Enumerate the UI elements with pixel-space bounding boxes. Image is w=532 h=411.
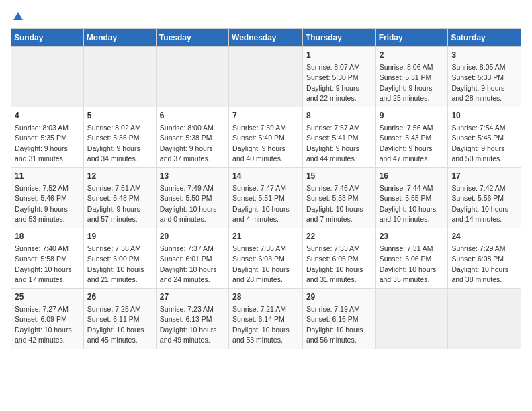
- day-number: 28: [232, 291, 299, 303]
- day-info: Sunrise: 7:47 AM Sunset: 5:51 PM Dayligh…: [232, 184, 290, 223]
- day-info: Sunrise: 8:05 AM Sunset: 5:33 PM Dayligh…: [451, 63, 505, 102]
- day-info: Sunrise: 7:19 AM Sunset: 6:16 PM Dayligh…: [306, 305, 363, 344]
- week-row-3: 11Sunrise: 7:52 AM Sunset: 5:46 PM Dayli…: [11, 168, 521, 228]
- day-info: Sunrise: 7:23 AM Sunset: 6:13 PM Dayligh…: [160, 305, 217, 344]
- day-cell: [156, 47, 228, 107]
- day-info: Sunrise: 7:54 AM Sunset: 5:45 PM Dayligh…: [451, 124, 505, 163]
- day-cell: 14Sunrise: 7:47 AM Sunset: 5:51 PM Dayli…: [229, 168, 303, 228]
- day-cell: 10Sunrise: 7:54 AM Sunset: 5:45 PM Dayli…: [448, 107, 521, 168]
- day-cell: 3Sunrise: 8:05 AM Sunset: 5:33 PM Daylig…: [448, 47, 521, 107]
- day-info: Sunrise: 7:27 AM Sunset: 6:09 PM Dayligh…: [15, 305, 72, 344]
- day-cell: 21Sunrise: 7:35 AM Sunset: 6:03 PM Dayli…: [229, 228, 303, 289]
- logo-icon: [12, 11, 24, 23]
- day-cell: 17Sunrise: 7:42 AM Sunset: 5:56 PM Dayli…: [448, 168, 521, 228]
- day-number: 6: [160, 110, 225, 122]
- day-cell: [83, 47, 156, 107]
- column-header-thursday: Thursday: [302, 29, 375, 47]
- day-info: Sunrise: 7:40 AM Sunset: 5:58 PM Dayligh…: [15, 244, 72, 283]
- day-number: 1: [306, 50, 372, 61]
- day-info: Sunrise: 7:59 AM Sunset: 5:40 PM Dayligh…: [232, 124, 286, 163]
- day-cell: 28Sunrise: 7:21 AM Sunset: 6:14 PM Dayli…: [229, 289, 303, 349]
- day-cell: 6Sunrise: 8:00 AM Sunset: 5:38 PM Daylig…: [156, 107, 228, 168]
- week-row-2: 4Sunrise: 8:03 AM Sunset: 5:35 PM Daylig…: [11, 107, 521, 168]
- day-cell: 11Sunrise: 7:52 AM Sunset: 5:46 PM Dayli…: [11, 168, 84, 228]
- day-info: Sunrise: 8:00 AM Sunset: 5:38 PM Dayligh…: [160, 124, 214, 163]
- day-number: 18: [15, 231, 80, 242]
- column-header-tuesday: Tuesday: [156, 29, 228, 47]
- day-cell: 26Sunrise: 7:25 AM Sunset: 6:11 PM Dayli…: [83, 289, 156, 349]
- day-number: 11: [15, 171, 80, 182]
- header-row: SundayMondayTuesdayWednesdayThursdayFrid…: [11, 29, 521, 47]
- day-cell: 9Sunrise: 7:56 AM Sunset: 5:43 PM Daylig…: [375, 107, 448, 168]
- page-header: [11, 11, 521, 23]
- day-info: Sunrise: 8:02 AM Sunset: 5:36 PM Dayligh…: [87, 124, 141, 163]
- column-header-sunday: Sunday: [11, 29, 84, 47]
- day-info: Sunrise: 7:33 AM Sunset: 6:05 PM Dayligh…: [306, 244, 363, 283]
- day-info: Sunrise: 8:03 AM Sunset: 5:35 PM Dayligh…: [15, 124, 69, 163]
- day-number: 14: [232, 171, 299, 182]
- day-number: 25: [15, 291, 80, 303]
- column-header-monday: Monday: [83, 29, 156, 47]
- day-info: Sunrise: 7:56 AM Sunset: 5:43 PM Dayligh…: [380, 124, 433, 163]
- day-number: 7: [232, 110, 299, 122]
- day-cell: 16Sunrise: 7:44 AM Sunset: 5:55 PM Dayli…: [375, 168, 448, 228]
- day-info: Sunrise: 8:07 AM Sunset: 5:30 PM Dayligh…: [306, 63, 360, 102]
- day-number: 12: [87, 171, 152, 182]
- day-number: 5: [87, 110, 152, 122]
- day-cell: 22Sunrise: 7:33 AM Sunset: 6:05 PM Dayli…: [302, 228, 375, 289]
- day-number: 23: [380, 231, 445, 242]
- week-row-1: 1Sunrise: 8:07 AM Sunset: 5:30 PM Daylig…: [11, 47, 521, 107]
- day-info: Sunrise: 7:42 AM Sunset: 5:56 PM Dayligh…: [451, 184, 508, 223]
- day-info: Sunrise: 7:21 AM Sunset: 6:14 PM Dayligh…: [232, 305, 290, 344]
- day-number: 20: [160, 231, 225, 242]
- day-number: 4: [15, 110, 80, 122]
- column-header-friday: Friday: [375, 29, 448, 47]
- day-info: Sunrise: 7:29 AM Sunset: 6:08 PM Dayligh…: [451, 244, 508, 283]
- svg-marker-0: [13, 12, 23, 20]
- day-number: 8: [306, 110, 372, 122]
- day-cell: 27Sunrise: 7:23 AM Sunset: 6:13 PM Dayli…: [156, 289, 228, 349]
- day-cell: 12Sunrise: 7:51 AM Sunset: 5:48 PM Dayli…: [83, 168, 156, 228]
- day-number: 3: [451, 50, 517, 61]
- day-cell: 18Sunrise: 7:40 AM Sunset: 5:58 PM Dayli…: [11, 228, 84, 289]
- day-info: Sunrise: 7:57 AM Sunset: 5:41 PM Dayligh…: [306, 124, 360, 163]
- day-cell: 7Sunrise: 7:59 AM Sunset: 5:40 PM Daylig…: [229, 107, 303, 168]
- day-cell: 1Sunrise: 8:07 AM Sunset: 5:30 PM Daylig…: [302, 47, 375, 107]
- day-cell: 8Sunrise: 7:57 AM Sunset: 5:41 PM Daylig…: [302, 107, 375, 168]
- calendar-table: SundayMondayTuesdayWednesdayThursdayFrid…: [11, 28, 521, 349]
- day-cell: [229, 47, 303, 107]
- day-number: 16: [380, 171, 445, 182]
- day-info: Sunrise: 7:51 AM Sunset: 5:48 PM Dayligh…: [87, 184, 141, 223]
- day-cell: 29Sunrise: 7:19 AM Sunset: 6:16 PM Dayli…: [302, 289, 375, 349]
- day-number: 27: [160, 291, 225, 303]
- day-number: 22: [306, 231, 372, 242]
- day-info: Sunrise: 8:06 AM Sunset: 5:31 PM Dayligh…: [380, 63, 433, 102]
- day-cell: 13Sunrise: 7:49 AM Sunset: 5:50 PM Dayli…: [156, 168, 228, 228]
- day-cell: 25Sunrise: 7:27 AM Sunset: 6:09 PM Dayli…: [11, 289, 84, 349]
- day-info: Sunrise: 7:52 AM Sunset: 5:46 PM Dayligh…: [15, 184, 69, 223]
- day-cell: 2Sunrise: 8:06 AM Sunset: 5:31 PM Daylig…: [375, 47, 448, 107]
- day-info: Sunrise: 7:38 AM Sunset: 6:00 PM Dayligh…: [87, 244, 144, 283]
- week-row-5: 25Sunrise: 7:27 AM Sunset: 6:09 PM Dayli…: [11, 289, 521, 349]
- day-number: 10: [451, 110, 517, 122]
- day-number: 26: [87, 291, 152, 303]
- day-number: 29: [306, 291, 372, 303]
- day-info: Sunrise: 7:37 AM Sunset: 6:01 PM Dayligh…: [160, 244, 217, 283]
- column-header-wednesday: Wednesday: [229, 29, 303, 47]
- day-info: Sunrise: 7:31 AM Sunset: 6:06 PM Dayligh…: [380, 244, 437, 283]
- day-info: Sunrise: 7:49 AM Sunset: 5:50 PM Dayligh…: [160, 184, 217, 223]
- day-cell: [448, 289, 521, 349]
- day-number: 13: [160, 171, 225, 182]
- day-info: Sunrise: 7:44 AM Sunset: 5:55 PM Dayligh…: [380, 184, 437, 223]
- day-cell: 15Sunrise: 7:46 AM Sunset: 5:53 PM Dayli…: [302, 168, 375, 228]
- column-header-saturday: Saturday: [448, 29, 521, 47]
- day-cell: [11, 47, 84, 107]
- day-cell: 5Sunrise: 8:02 AM Sunset: 5:36 PM Daylig…: [83, 107, 156, 168]
- day-cell: 4Sunrise: 8:03 AM Sunset: 5:35 PM Daylig…: [11, 107, 84, 168]
- day-cell: [375, 289, 448, 349]
- day-number: 15: [306, 171, 372, 182]
- day-number: 9: [380, 110, 445, 122]
- day-number: 24: [451, 231, 517, 242]
- week-row-4: 18Sunrise: 7:40 AM Sunset: 5:58 PM Dayli…: [11, 228, 521, 289]
- day-cell: 23Sunrise: 7:31 AM Sunset: 6:06 PM Dayli…: [375, 228, 448, 289]
